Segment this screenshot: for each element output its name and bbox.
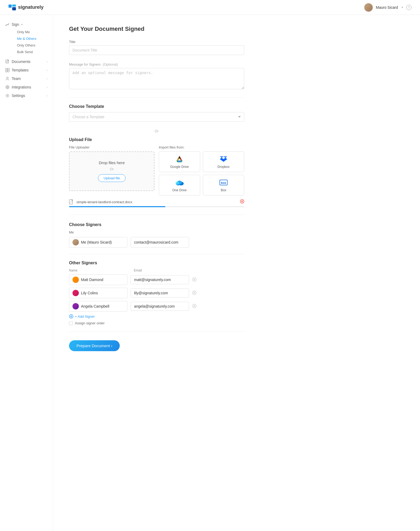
documents-icon (5, 60, 10, 64)
sidebar-item-templates[interactable]: Templates › (0, 66, 53, 74)
dropbox-label: Dropbox (217, 165, 229, 169)
dropzone-text: Drop files here (75, 160, 149, 165)
sidebar-item-documents[interactable]: Documents › (0, 57, 53, 66)
assign-order-label: Assign signer order (75, 321, 105, 325)
team-chevron: › (47, 77, 48, 80)
divider-1 (69, 97, 244, 98)
dropbox-icon (219, 155, 228, 163)
message-input[interactable] (69, 68, 244, 89)
layout: Sign ▾ Only Me Me & Others Only Others B… (0, 15, 420, 531)
logo: signaturely (8, 5, 44, 10)
dropbox-button[interactable]: Dropbox (203, 151, 244, 172)
svg-point-13 (7, 87, 8, 88)
sidebar-sign-header[interactable]: Sign ▾ (0, 20, 53, 29)
sidebar-item-team[interactable]: Team › (0, 74, 53, 83)
me-avatar (72, 239, 79, 245)
one-drive-label: One Drive (172, 188, 187, 192)
documents-label: Documents (12, 60, 45, 64)
remove-matt-button[interactable] (192, 277, 196, 282)
google-drive-button[interactable]: Google Drive (159, 151, 200, 172)
file-name: simple-tenant-landlord-contract.docx (76, 200, 237, 204)
upload-title: Upload File (69, 137, 244, 142)
svg-point-11 (7, 77, 8, 79)
add-signer-label: + Add Signer (75, 315, 95, 318)
sidebar-item-me-others[interactable]: Me & Others (5, 35, 53, 42)
team-icon (5, 77, 10, 81)
template-select[interactable]: Choose a Template (69, 112, 244, 122)
google-drive-label: Google Drive (170, 165, 189, 169)
sidebar-item-bulk-send[interactable]: Bulk Send (5, 49, 53, 55)
import-grid: Google Drive Dropbox (159, 151, 244, 196)
message-label: Message for Signers (Optional) (69, 62, 244, 66)
remove-angela-button[interactable] (192, 304, 196, 309)
title-input[interactable] (69, 45, 244, 55)
svg-rect-38 (69, 199, 72, 204)
svg-point-3 (6, 25, 6, 26)
upload-grid: File Uploader Drop files here Or Upload … (69, 145, 244, 196)
svg-rect-9 (6, 70, 7, 72)
integrations-label: Integrations (12, 85, 45, 89)
svg-rect-2 (12, 7, 16, 10)
template-title: Choose Template (69, 104, 244, 109)
sign-submenu: Only Me Me & Others Only Others Bulk Sen… (0, 29, 53, 55)
user-avatar (364, 3, 373, 12)
signer-angela-name: Angela Campbell (81, 304, 109, 308)
svg-rect-0 (8, 5, 12, 8)
remove-lily-icon (192, 291, 196, 295)
sidebar-item-only-me[interactable]: Only Me (5, 29, 53, 35)
signer-me-row: Me (Mauro Sicard) (69, 237, 244, 248)
dropzone[interactable]: Drop files here Or Upload file (69, 151, 155, 191)
sidebar-item-settings[interactable]: Settings › (0, 91, 53, 100)
divider-4 (69, 332, 244, 332)
templates-icon (5, 68, 10, 72)
upload-file-button[interactable]: Upload file (98, 174, 125, 182)
help-icon[interactable]: ? (406, 5, 412, 10)
lily-avatar (72, 290, 79, 296)
user-area: Mauro Sicard ▾ ? (364, 3, 412, 12)
logo-icon (8, 5, 16, 10)
signer-angela-name-field: Angela Campbell (69, 301, 127, 312)
add-signer-icon (69, 314, 73, 318)
upload-section: Upload File File Uploader Drop files her… (69, 137, 244, 207)
sidebar: Sign ▾ Only Me Me & Others Only Others B… (0, 15, 53, 531)
add-signer-button[interactable]: + Add Signer (69, 314, 244, 318)
svg-text:box: box (221, 181, 226, 184)
signer-me-email[interactable] (131, 237, 189, 248)
name-col-label: Name (69, 269, 127, 272)
box-button[interactable]: box Box (203, 175, 244, 196)
sign-label: Sign (12, 22, 19, 27)
file-remove-button[interactable] (240, 199, 244, 205)
me-label: Me (69, 230, 244, 234)
signer-matt-email[interactable] (131, 275, 189, 284)
assign-order-checkbox[interactable] (69, 321, 73, 325)
user-chevron-icon: ▾ (402, 6, 403, 9)
prepare-document-button[interactable]: Prepare Document › (69, 340, 120, 351)
user-name[interactable]: Mauro Sicard (376, 5, 398, 10)
settings-icon (5, 94, 10, 98)
settings-label: Settings (12, 94, 45, 98)
uploaded-file-row: simple-tenant-landlord-contract.docx (69, 199, 244, 205)
upload-progress-bar (69, 206, 244, 207)
divider-2 (69, 215, 244, 215)
signer-row-angela: Angela Campbell (69, 301, 244, 312)
main-content: Get Your Document Signed Title Message f… (53, 15, 260, 531)
remove-lily-button[interactable] (192, 291, 196, 296)
signers-section: Choose Signers Me Me (Mauro Sicard) Othe… (69, 222, 244, 325)
page-title: Get Your Document Signed (69, 26, 244, 32)
dropzone-container: File Uploader Drop files here Or Upload … (69, 145, 155, 191)
box-icon: box (219, 178, 228, 187)
integrations-icon (5, 85, 10, 89)
integrations-chevron: › (47, 86, 48, 89)
title-label: Title (69, 40, 244, 44)
signer-angela-email[interactable] (131, 302, 189, 311)
or-divider: Or (69, 129, 244, 133)
topnav: signaturely Mauro Sicard ▾ ? (0, 0, 420, 15)
one-drive-button[interactable]: One Drive (159, 175, 200, 196)
signer-lily-email[interactable] (131, 288, 189, 298)
title-section: Title (69, 40, 244, 55)
sidebar-item-integrations[interactable]: Integrations › (0, 83, 53, 91)
signer-lily-name-field: Lily Colins (69, 288, 127, 298)
sidebar-item-others-only[interactable]: Only Others (5, 42, 53, 49)
settings-chevron: › (47, 94, 48, 97)
other-signers-title: Other Signers (69, 261, 244, 265)
